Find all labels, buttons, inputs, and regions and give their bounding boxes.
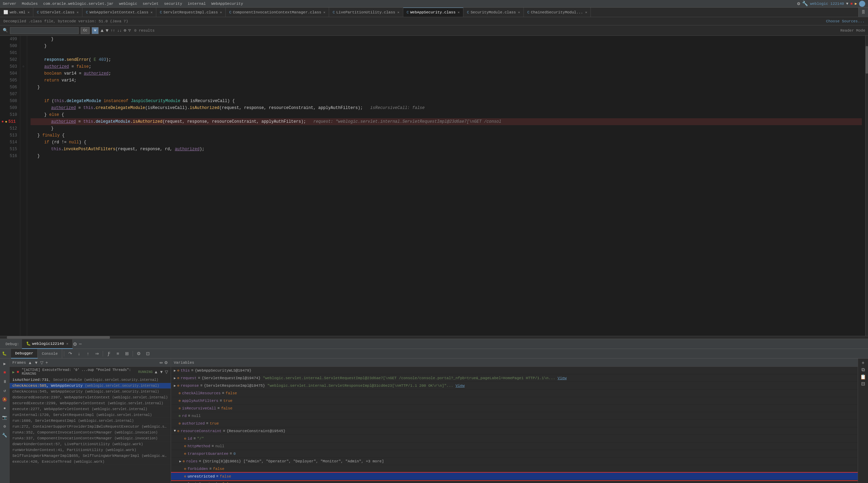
thread-down-btn[interactable]: ▼ (159, 370, 164, 374)
frame-item-7[interactable]: run:1680, ServletRequestImpl (weblogic.s… (10, 418, 171, 424)
debug-camera-icon[interactable]: 📷 (1, 414, 9, 421)
frame-item-3[interactable]: doSecuredExecute:2397, WebAppServletCont… (10, 395, 171, 400)
var-row-authorized[interactable]: ⊕ authorized = true (171, 420, 858, 427)
var-row-forbidden[interactable]: ⊕ forbidden = false (171, 465, 858, 473)
search-funnel-btn[interactable]: ▽ (128, 28, 131, 33)
var-row-this[interactable]: ▶ ⊕ this = {WebAppSecurityWLS@19479} (171, 367, 858, 374)
var-row-transportguarantee[interactable]: ⊕ transportGuarantee = 0 (171, 450, 858, 458)
code-scroll-area[interactable]: 499 500 501 502 503 504 505 506 507 508 … (0, 36, 868, 336)
tab-chainedsecurity[interactable]: C ChainedSecurityModul... ✕ (524, 8, 591, 17)
frame-item-0[interactable]: isAuthorized:731, SecurityModule (weblog… (10, 377, 171, 383)
frame-item-11[interactable]: doWorkUnderContext:57, LivePartitionUtil… (10, 441, 171, 447)
menu-servlet[interactable]: servlet (143, 2, 158, 6)
frame-item-6[interactable]: runInternal:1720, ServletRequestImpl (we… (10, 412, 171, 418)
toolbar-icon-1[interactable]: ⚙ (797, 1, 800, 7)
search-match-prev[interactable]: ↑↑ (111, 29, 115, 33)
frame-item-10[interactable]: runAs:337, ComponentInvocationContextMan… (10, 436, 171, 441)
debug-settings-button[interactable]: ⚙ (73, 341, 77, 347)
var-row-checkallresources[interactable]: ⊕ checkAllResources = false (171, 389, 858, 397)
frames-collapse-btn[interactable]: ⇔ (159, 360, 163, 365)
var-row-applyauthfilters[interactable]: ⊕ applyAuthFilters = true (171, 397, 858, 405)
frame-item-12[interactable]: runWorkUnderContext:41, PartitionUtility… (10, 447, 171, 453)
tab-componentinvocation[interactable]: C ComponentInvocationContextManager.clas… (226, 8, 329, 17)
var-row-id[interactable]: ⊕ id = "/" (171, 435, 858, 442)
whole-word-btn[interactable]: W (92, 27, 99, 34)
frames-btn[interactable]: ≡ (114, 350, 122, 358)
frame-item-5[interactable]: execute:2277, WebAppServletContext (webl… (10, 406, 171, 412)
menu-modules[interactable]: Modules (22, 2, 38, 6)
tab-securitymodule[interactable]: C SecurityModule.class ✕ (463, 8, 524, 17)
var-row-httpmethod[interactable]: ⊕ httpMethod = null (171, 442, 858, 450)
tab-webappservletcontext[interactable]: C WebAppServletContext.class ✕ (82, 8, 156, 17)
frames-down-btn[interactable]: ▼ (34, 360, 38, 365)
menu-jar[interactable]: com.oracle.weblogic.servlet.jar (43, 2, 114, 6)
database-tab[interactable]: 🗄 (858, 8, 868, 17)
var-row-rd[interactable]: ⊕ rd = null (171, 412, 858, 420)
frames-filter-btn[interactable]: ▽ (40, 360, 43, 365)
settings-gear-btn[interactable]: ⚙ (135, 350, 143, 358)
frame-item-9[interactable]: runAs:352, ComponentInvocationContextMan… (10, 430, 171, 436)
frame-item-8[interactable]: run:272, ContainerSupportProviderImpl$Wl… (10, 424, 171, 430)
search-nav-prev[interactable]: ▲ (101, 28, 103, 33)
search-match-next[interactable]: ↓↓ (117, 29, 122, 33)
debug-mute-icon[interactable]: 🔕 (1, 396, 9, 403)
debug-wrench-icon[interactable]: 🔧 (1, 431, 9, 439)
var-row-loginrequired[interactable]: ⊕ loginRequired = false (171, 480, 858, 483)
code-horizontal-scrollbar[interactable] (0, 336, 868, 339)
menu-internal[interactable]: internal (188, 2, 206, 6)
layout-btn[interactable]: ⊡ (144, 350, 152, 358)
tab-webappsecurity[interactable]: C WebAppSecurity.class ✕ (403, 8, 464, 17)
frame-item-2[interactable]: checkAccess:545, WebAppSecurity (weblogi… (10, 389, 171, 395)
menu-security[interactable]: security (164, 2, 182, 6)
step-into-btn[interactable]: ↓ (75, 350, 83, 358)
debug-breakpoints-icon[interactable]: ● (1, 405, 9, 412)
debug-pause-icon[interactable]: ⏸ (1, 378, 9, 385)
frames-up-btn[interactable]: ▲ (28, 360, 32, 365)
tab-debugger[interactable]: Debugger (11, 349, 38, 359)
menu-webappsecurity[interactable]: WebAppSecurity (211, 2, 243, 6)
duplicate-btn[interactable]: ⧉ (861, 367, 865, 373)
debug-restart-icon[interactable]: ↺ (1, 387, 9, 394)
var-row-isrecursivecall[interactable]: ⊕ isRecursiveCall = false (171, 405, 858, 412)
step-over-btn[interactable]: ↷ (66, 350, 74, 358)
case-sensitive-btn[interactable]: Cc (81, 27, 90, 34)
var-row-roles[interactable]: ▶ ⊕ roles = {String[8]@19661} ["Admin", … (171, 458, 858, 465)
code-content[interactable]: } } response.sendError( E 403); authoriz… (27, 36, 865, 336)
reader-mode-button[interactable]: Reader Mode (840, 29, 865, 33)
add-watch-btn[interactable]: + (861, 360, 864, 365)
toolbar-icon-4[interactable]: ■ (850, 2, 853, 6)
tab-livepartition[interactable]: C LivePartitionUtility.class ✕ (329, 8, 403, 17)
thread-filter-btn[interactable]: ▽ (165, 370, 168, 374)
evaluate-btn[interactable]: Ƒ (105, 350, 113, 358)
search-filter-btn[interactable]: ⚙ (124, 28, 126, 33)
frame-item-4[interactable]: securedExecute:2299, WebAppServletContex… (10, 400, 171, 406)
threads-btn[interactable]: ⊞ (123, 350, 131, 358)
toolbar-icon-2[interactable]: 🔧 (802, 1, 808, 7)
tab-uiservlet[interactable]: C UIServlet.class ✕ (33, 8, 82, 17)
debug-play-icon[interactable]: ▶ (1, 360, 9, 367)
frame-item-14[interactable]: execute:420, ExecuteThread (weblogic.wor… (10, 459, 171, 465)
tab-webxml[interactable]: ⬜ web.xml ✕ (0, 8, 33, 17)
frames-settings-btn[interactable]: ⚙ (164, 360, 168, 365)
search-nav-next[interactable]: ▼ (105, 28, 108, 33)
menu-weblogic[interactable]: weblogic (119, 2, 137, 6)
menu-server[interactable]: Server (3, 2, 16, 6)
search-input[interactable] (10, 27, 79, 34)
code-vertical-scrollbar[interactable] (865, 36, 868, 336)
var-row-unrestricted[interactable]: ⊕ unrestricted = false (171, 473, 858, 480)
run-to-cursor-btn[interactable]: ⇒ (93, 350, 101, 358)
debug-session-tab[interactable]: 🐛 weblogic122140 ✕ (22, 339, 73, 349)
tab-servletrequestimpl[interactable]: C ServletRequestImpl.class ✕ (156, 8, 226, 17)
var-row-resourceconstraint[interactable]: ▼ ⊕ resourceConstraint = {ResourceConstr… (171, 427, 858, 435)
tab-console[interactable]: Console (38, 349, 62, 359)
debug-close-button[interactable]: − (79, 341, 82, 347)
debug-gear-icon[interactable]: ⚙ (1, 422, 9, 430)
frame-item-1[interactable]: checkAccess:585, WebAppSecurity (weblogi… (10, 383, 171, 389)
toolbar-icon-3[interactable]: ▼ (846, 2, 848, 6)
frame-item-13[interactable]: SelfTuningWorkManagerImpl$655, SelfTunin… (10, 453, 171, 459)
var-row-request[interactable]: ▶ ⊕ request = {ServletRequestImpl@19474}… (171, 374, 858, 382)
thread-up-btn[interactable]: ▲ (154, 370, 158, 374)
step-out-btn[interactable]: ↑ (84, 350, 92, 358)
collapse-all-btn[interactable]: ⊟ (861, 381, 865, 386)
debug-stop-icon[interactable]: ■ (1, 369, 9, 376)
